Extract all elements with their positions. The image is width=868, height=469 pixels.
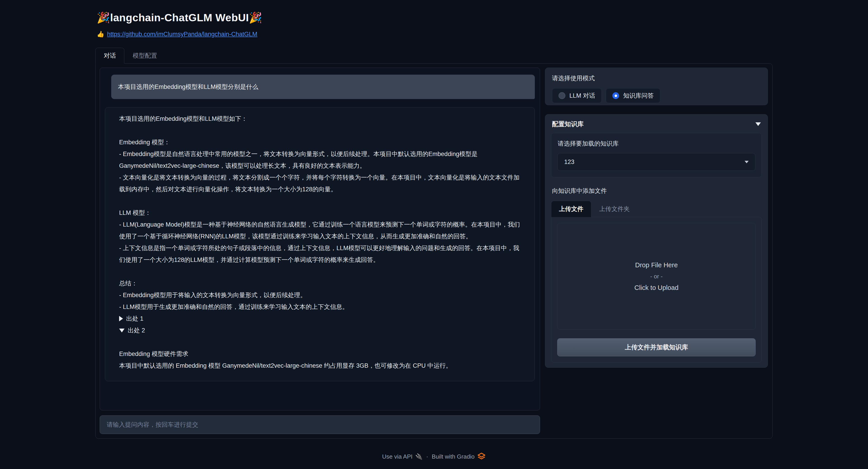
kb-accordion-title: 配置知识库 — [552, 120, 584, 128]
built-with-gradio-label: Built with Gradio — [432, 453, 474, 460]
gradio-logo-icon — [477, 452, 486, 461]
add-file-label: 向知识库中添加文件 — [552, 187, 761, 195]
triangle-down-icon — [119, 329, 125, 332]
tab-model-config[interactable]: 模型配置 — [124, 48, 165, 63]
plug-icon: 🔌 — [415, 453, 423, 460]
bot-paragraph: - LLM(Language Model)模型是一种基于神经网络的自然语言生成模… — [119, 219, 521, 242]
dropdown-caret-icon — [745, 161, 749, 163]
upload-tab-panel: Drop File Here - or - Click to Upload 上传… — [551, 217, 762, 362]
app-page: 🎉langchain-ChatGLM WebUI🎉 👍 https://gith… — [95, 0, 773, 461]
spacer — [119, 336, 521, 348]
bot-paragraph: - 上下文信息是指一个单词或字符所处的句子或段落中的信息，通过上下文信息，LLM… — [119, 242, 521, 266]
question-input[interactable] — [100, 415, 540, 434]
tab-upload-folder[interactable]: 上传文件夹 — [591, 201, 638, 217]
source-2-label: 出处 2 — [128, 324, 145, 336]
bot-message-bubble: 本项目选用的Embedding模型和LLM模型如下： Embedding 模型：… — [105, 107, 535, 381]
radio-selected-icon — [612, 92, 619, 99]
triangle-right-icon — [119, 316, 123, 321]
upload-tabbar: 上传文件 上传文件夹 — [551, 201, 762, 217]
tab-upload-file[interactable]: 上传文件 — [551, 201, 591, 217]
kb-config-accordion: 配置知识库 请选择要加载的知识库 123 向知识库中添加文件 上传文件 上传文件… — [545, 114, 768, 368]
radio-knowledge-qa-label: 知识库问答 — [623, 92, 654, 100]
bot-paragraph: - LLM模型用于生成更加准确和自然的回答，通过训练来学习输入文本的上下文信息。 — [119, 301, 521, 313]
radio-knowledge-qa[interactable]: 知识库问答 — [606, 88, 660, 103]
mode-select-label: 请选择使用模式 — [552, 74, 761, 82]
user-message-bubble: 本项目选用的Embedding模型和LLM模型分别是什么 — [111, 75, 535, 99]
dropzone-line3: Click to Upload — [634, 284, 678, 292]
kb-select-box: 请选择要加载的知识库 123 — [551, 133, 762, 177]
bot-paragraph: Embedding 模型： — [119, 136, 521, 148]
radio-llm-chat-label: LLM 对话 — [569, 92, 595, 100]
file-dropzone[interactable]: Drop File Here - or - Click to Upload — [557, 223, 756, 330]
kb-accordion-header[interactable]: 配置知识库 — [552, 120, 761, 128]
source-1-summary[interactable]: 出处 1 — [119, 313, 521, 324]
spacer — [119, 125, 521, 136]
tab-chat[interactable]: 对话 — [95, 48, 124, 63]
spacer — [119, 195, 521, 207]
spacer — [119, 266, 521, 277]
use-via-api-link[interactable]: Use via API 🔌 — [382, 453, 423, 460]
chat-column: 本项目选用的Embedding模型和LLM模型分别是什么 本项目选用的Embed… — [100, 68, 540, 434]
bot-paragraph: - Embedding模型用于将输入的文本转换为向量形式，以便后续处理。 — [119, 289, 521, 301]
dropzone-line2: - or - — [650, 273, 663, 280]
repo-link[interactable]: https://github.com/imClumsyPanda/langcha… — [107, 31, 257, 38]
page-title: 🎉langchain-ChatGLM WebUI🎉 — [97, 11, 773, 24]
chat-tab-panel: 本项目选用的Embedding模型和LLM模型分别是什么 本项目选用的Embed… — [95, 63, 773, 439]
thumbs-up-icon: 👍 — [97, 31, 104, 38]
kb-select-label: 请选择要加载的知识库 — [558, 140, 755, 148]
source-2-content-line: 本项目中默认选用的 Embedding 模型 GanymedeNil/text2… — [119, 360, 521, 372]
chatbot-panel: 本项目选用的Embedding模型和LLM模型分别是什么 本项目选用的Embed… — [100, 68, 540, 410]
use-via-api-label: Use via API — [382, 453, 412, 460]
radio-llm-chat[interactable]: LLM 对话 — [552, 88, 602, 103]
built-with-gradio-link[interactable]: Built with Gradio — [432, 452, 486, 461]
settings-column: 请选择使用模式 LLM 对话 知识库问答 配置知识库 — [545, 68, 768, 434]
bot-paragraph: - Embedding模型是自然语言处理中常用的模型之一，将文本转换为向量形式，… — [119, 148, 521, 172]
repo-link-row: 👍 https://github.com/imClumsyPanda/langc… — [97, 31, 773, 38]
mode-select-block: 请选择使用模式 LLM 对话 知识库问答 — [545, 68, 768, 105]
mode-radio-group: LLM 对话 知识库问答 — [552, 88, 761, 103]
source-1-label: 出处 1 — [126, 313, 144, 324]
kb-select-dropdown[interactable]: 123 — [558, 153, 755, 171]
accordion-caret-icon — [755, 122, 761, 126]
bot-paragraph: 本项目选用的Embedding模型和LLM模型如下： — [119, 113, 521, 125]
bot-paragraph: LLM 模型： — [119, 207, 521, 219]
main-tabbar: 对话 模型配置 — [95, 48, 773, 63]
upload-and-load-kb-button[interactable]: 上传文件并加载知识库 — [557, 338, 756, 356]
kb-select-value: 123 — [564, 158, 575, 166]
dropzone-line1: Drop File Here — [635, 261, 678, 269]
bot-paragraph: 总结： — [119, 277, 521, 289]
source-2-summary[interactable]: 出处 2 — [119, 324, 521, 336]
footer: Use via API 🔌 · Built with Gradio — [95, 452, 773, 461]
bot-paragraph: - 文本向量化是将文本转换为向量的过程，将文本分割成一个个字符，并将每个字符转换… — [119, 172, 521, 195]
footer-separator: · — [426, 453, 428, 460]
radio-unselected-icon — [559, 92, 565, 99]
source-2-content-line: Embedding 模型硬件需求 — [119, 348, 521, 360]
